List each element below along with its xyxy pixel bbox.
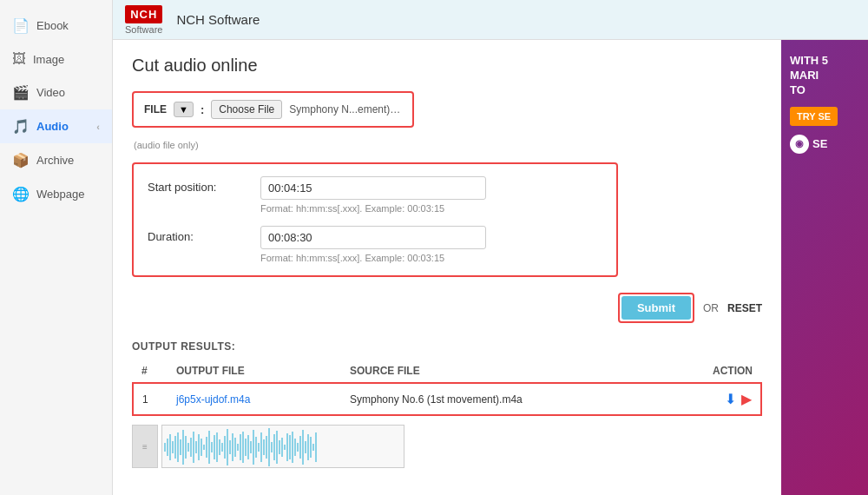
- submit-button[interactable]: Submit: [621, 296, 691, 320]
- sidebar-item-archive[interactable]: 📦 Archive: [0, 143, 112, 177]
- sidebar: 📄 Ebook 🖼 Image 🎬 Video 🎵 Audio ‹ 📦 Arch…: [0, 0, 113, 495]
- ad-logo-text: SE: [812, 137, 827, 150]
- row-action: ⬇ ▶: [692, 383, 761, 415]
- table-row: 1 j6p5x-ujdof.m4a Symphony No.6 (1st mov…: [133, 383, 761, 415]
- svg-rect-57: [312, 444, 314, 451]
- svg-rect-19: [214, 435, 215, 459]
- svg-rect-4: [174, 436, 176, 459]
- svg-rect-16: [206, 437, 207, 458]
- duration-row: Duration: Format: hh:mm:ss[.xxx]. Exampl…: [148, 226, 602, 263]
- dropdown-arrow: ▼: [179, 104, 188, 115]
- svg-rect-5: [177, 432, 179, 462]
- svg-rect-18: [211, 442, 213, 452]
- row-output-file: j6p5x-ujdof.m4a: [168, 383, 341, 415]
- ad-logo-icon: ◉: [790, 135, 809, 154]
- sidebar-item-image[interactable]: 🖼 Image: [0, 43, 112, 76]
- form-section: Start position: Format: hh:mm:ss[.xxx]. …: [132, 162, 618, 277]
- video-icon: 🎬: [12, 84, 30, 101]
- start-position-input[interactable]: [260, 176, 486, 200]
- svg-rect-31: [245, 439, 247, 456]
- svg-rect-25: [229, 440, 231, 454]
- svg-rect-56: [310, 437, 312, 458]
- svg-rect-29: [240, 434, 241, 460]
- svg-rect-22: [221, 443, 223, 452]
- duration-input[interactable]: [260, 226, 486, 249]
- content-area: Cut audio online FILE ▼ : Choose File Sy…: [113, 40, 781, 495]
- col-action: ACTION: [692, 360, 761, 383]
- svg-rect-37: [260, 432, 262, 462]
- svg-rect-42: [273, 434, 275, 460]
- archive-icon: 📦: [12, 152, 30, 168]
- sidebar-item-audio[interactable]: 🎵 Audio ‹: [0, 109, 112, 143]
- start-position-row: Start position: Format: hh:mm:ss[.xxx]. …: [148, 176, 602, 214]
- svg-rect-58: [315, 432, 317, 462]
- ad-try-button[interactable]: TRY SE: [790, 107, 838, 126]
- svg-rect-33: [250, 441, 252, 453]
- waveform-area: ≡: [132, 425, 762, 468]
- svg-rect-14: [201, 439, 202, 456]
- svg-rect-52: [299, 436, 301, 459]
- sidebar-item-label: Image: [33, 53, 64, 66]
- svg-rect-46: [284, 445, 286, 450]
- sidebar-item-label: Webpage: [36, 188, 84, 201]
- sidebar-item-video[interactable]: 🎬 Video: [0, 76, 112, 109]
- colon-separator: :: [201, 103, 204, 116]
- row-number: 1: [133, 383, 168, 415]
- output-title: OUTPUT RESULTS:: [132, 340, 762, 353]
- svg-rect-38: [263, 439, 265, 455]
- col-number: #: [133, 360, 168, 383]
- start-position-hint: Format: hh:mm:ss[.xxx]. Example: 00:03:1…: [260, 203, 602, 214]
- choose-file-button[interactable]: Choose File: [211, 100, 282, 119]
- svg-rect-39: [266, 436, 267, 459]
- reset-link[interactable]: RESET: [727, 302, 762, 314]
- sidebar-item-ebook[interactable]: 📄 Ebook: [0, 9, 112, 43]
- svg-rect-8: [185, 436, 187, 459]
- svg-rect-32: [247, 435, 249, 459]
- file-dropdown-button[interactable]: ▼: [174, 102, 194, 117]
- submit-area: Submit OR RESET: [132, 293, 762, 323]
- svg-rect-0: [164, 443, 166, 452]
- svg-rect-21: [219, 439, 220, 455]
- svg-rect-54: [305, 441, 306, 453]
- svg-rect-34: [253, 430, 254, 465]
- sidebar-item-webpage[interactable]: 🌐 Webpage: [0, 177, 112, 211]
- audio-icon: 🎵: [12, 118, 30, 135]
- ad-text: WITH 5 MARI TO: [790, 54, 828, 98]
- action-icons: ⬇ ▶: [700, 391, 752, 407]
- svg-rect-44: [279, 440, 280, 454]
- svg-rect-20: [216, 432, 218, 462]
- svg-rect-36: [258, 443, 260, 452]
- svg-rect-45: [281, 438, 283, 457]
- image-icon: 🖼: [12, 51, 26, 67]
- svg-rect-9: [187, 443, 189, 452]
- duration-field-group: Format: hh:mm:ss[.xxx]. Example: 00:03:1…: [260, 226, 602, 263]
- logo-sub: Software: [125, 24, 162, 35]
- sidebar-item-label: Archive: [36, 154, 74, 167]
- file-section: FILE ▼ : Choose File Symphony N...ement)…: [132, 91, 414, 128]
- sidebar-item-label: Audio: [36, 120, 69, 133]
- svg-rect-1: [167, 439, 168, 456]
- svg-rect-40: [268, 428, 270, 466]
- row-source-file: Symphony No.6 (1st movement).m4a: [341, 383, 692, 415]
- col-source-file: SOURCE FILE: [341, 360, 692, 383]
- thumb-icon: ≡: [142, 442, 148, 452]
- col-output-file: OUTPUT FILE: [168, 360, 341, 383]
- table-header-row: # OUTPUT FILE SOURCE FILE ACTION: [133, 360, 761, 383]
- svg-rect-6: [180, 439, 181, 455]
- submit-wrapper: Submit: [618, 293, 694, 323]
- svg-rect-2: [169, 434, 171, 460]
- sidebar-item-label: Video: [36, 86, 65, 99]
- start-position-field-group: Format: hh:mm:ss[.xxx]. Example: 00:03:1…: [260, 176, 602, 214]
- download-icon[interactable]: ⬇: [725, 391, 736, 407]
- logo-box: NCH: [125, 5, 162, 23]
- play-icon[interactable]: ▶: [741, 391, 752, 407]
- svg-rect-13: [198, 434, 200, 460]
- svg-rect-51: [297, 443, 299, 452]
- header: NCH Software NCH Software: [113, 0, 868, 40]
- svg-rect-49: [292, 432, 293, 463]
- ad-logo: ◉ SE: [790, 135, 827, 154]
- svg-rect-27: [234, 438, 236, 457]
- svg-rect-23: [224, 436, 226, 459]
- output-file-link[interactable]: j6p5x-ujdof.m4a: [176, 393, 250, 406]
- audio-hint: (audio file only): [134, 140, 762, 150]
